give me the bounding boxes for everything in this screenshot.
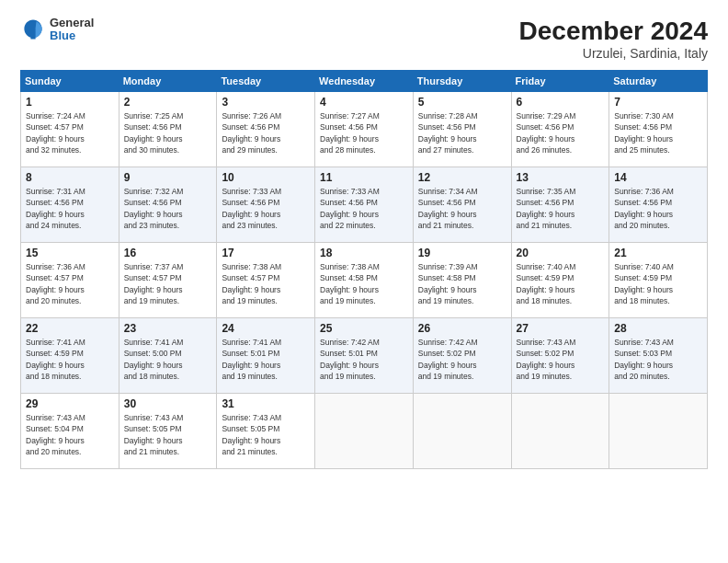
header-wednesday: Wednesday [315,71,414,92]
day-info: Sunrise: 7:24 AM Sunset: 4:57 PM Dayligh… [26,110,114,155]
calendar-cell: 29Sunrise: 7:43 AM Sunset: 5:04 PM Dayli… [21,394,119,469]
calendar-cell: 24Sunrise: 7:41 AM Sunset: 5:01 PM Dayli… [217,318,315,394]
calendar-cell: 14Sunrise: 7:36 AM Sunset: 4:56 PM Dayli… [609,167,708,243]
calendar-cell: 13Sunrise: 7:35 AM Sunset: 4:56 PM Dayli… [511,167,609,243]
day-info: Sunrise: 7:30 AM Sunset: 4:56 PM Dayligh… [614,110,702,155]
day-number: 24 [222,322,310,335]
logo-blue: Blue [50,29,94,42]
day-number: 22 [26,322,114,335]
day-info: Sunrise: 7:39 AM Sunset: 4:58 PM Dayligh… [418,261,506,306]
day-info: Sunrise: 7:40 AM Sunset: 4:59 PM Dayligh… [517,261,605,306]
calendar-cell: 6Sunrise: 7:29 AM Sunset: 4:56 PM Daylig… [511,92,609,167]
day-info: Sunrise: 7:42 AM Sunset: 5:02 PM Dayligh… [418,337,506,382]
calendar-cell: 25Sunrise: 7:42 AM Sunset: 5:01 PM Dayli… [315,318,414,394]
day-info: Sunrise: 7:41 AM Sunset: 5:01 PM Dayligh… [222,337,310,382]
day-info: Sunrise: 7:31 AM Sunset: 4:56 PM Dayligh… [26,186,114,231]
day-info: Sunrise: 7:43 AM Sunset: 5:05 PM Dayligh… [222,412,310,457]
calendar-cell: 31Sunrise: 7:43 AM Sunset: 5:05 PM Dayli… [217,394,315,469]
calendar-cell: 7Sunrise: 7:30 AM Sunset: 4:56 PM Daylig… [609,92,708,167]
calendar-cell: 23Sunrise: 7:41 AM Sunset: 5:00 PM Dayli… [119,318,217,394]
day-number: 16 [124,247,212,259]
page: General Blue December 2024 Urzulei, Sard… [0,0,728,563]
day-number: 11 [320,171,408,184]
header-sunday: Sunday [21,71,119,92]
day-number: 7 [614,96,702,109]
calendar-cell: 20Sunrise: 7:40 AM Sunset: 4:59 PM Dayli… [511,243,609,318]
calendar-cell: 16Sunrise: 7:37 AM Sunset: 4:57 PM Dayli… [119,243,217,318]
day-number: 8 [26,171,114,184]
calendar-cell: 3Sunrise: 7:26 AM Sunset: 4:56 PM Daylig… [217,92,315,167]
calendar-cell: 1Sunrise: 7:24 AM Sunset: 4:57 PM Daylig… [21,92,119,167]
day-info: Sunrise: 7:35 AM Sunset: 4:56 PM Dayligh… [517,186,605,231]
day-number: 3 [222,96,310,109]
day-number: 27 [517,322,605,335]
day-number: 25 [320,322,408,335]
weekday-header-row: Sunday Monday Tuesday Wednesday Thursday… [21,71,708,92]
title-block: December 2024 Urzulei, Sardinia, Italy [519,17,708,61]
day-info: Sunrise: 7:36 AM Sunset: 4:56 PM Dayligh… [614,186,702,231]
day-info: Sunrise: 7:43 AM Sunset: 5:04 PM Dayligh… [26,412,114,457]
day-number: 13 [517,171,605,184]
day-info: Sunrise: 7:38 AM Sunset: 4:57 PM Dayligh… [222,261,310,306]
day-info: Sunrise: 7:41 AM Sunset: 5:00 PM Dayligh… [124,337,212,382]
day-info: Sunrise: 7:38 AM Sunset: 4:58 PM Dayligh… [320,261,408,306]
day-number: 21 [614,247,702,259]
header-tuesday: Tuesday [217,71,315,92]
logo-general: General [50,17,94,29]
day-number: 17 [222,247,310,259]
calendar-cell [315,394,414,469]
calendar-cell: 5Sunrise: 7:28 AM Sunset: 4:56 PM Daylig… [413,92,511,167]
day-number: 18 [320,247,408,259]
calendar-title: December 2024 [519,17,708,46]
day-info: Sunrise: 7:29 AM Sunset: 4:56 PM Dayligh… [517,110,605,155]
day-info: Sunrise: 7:33 AM Sunset: 4:56 PM Dayligh… [320,186,408,231]
day-number: 2 [124,96,212,109]
calendar-week-1: 1Sunrise: 7:24 AM Sunset: 4:57 PM Daylig… [21,92,708,167]
day-number: 5 [418,96,506,109]
day-number: 4 [320,96,408,109]
day-number: 31 [222,397,310,410]
calendar-cell: 8Sunrise: 7:31 AM Sunset: 4:56 PM Daylig… [21,167,119,243]
calendar-cell: 4Sunrise: 7:27 AM Sunset: 4:56 PM Daylig… [315,92,414,167]
day-info: Sunrise: 7:34 AM Sunset: 4:56 PM Dayligh… [418,186,506,231]
calendar-cell: 15Sunrise: 7:36 AM Sunset: 4:57 PM Dayli… [21,243,119,318]
calendar-cell: 9Sunrise: 7:32 AM Sunset: 4:56 PM Daylig… [119,167,217,243]
header-monday: Monday [119,71,217,92]
calendar-cell [609,394,708,469]
calendar-cell: 28Sunrise: 7:43 AM Sunset: 5:03 PM Dayli… [609,318,708,394]
day-info: Sunrise: 7:43 AM Sunset: 5:05 PM Dayligh… [124,412,212,457]
day-number: 28 [614,322,702,335]
day-info: Sunrise: 7:42 AM Sunset: 5:01 PM Dayligh… [320,337,408,382]
calendar-week-4: 22Sunrise: 7:41 AM Sunset: 4:59 PM Dayli… [21,318,708,394]
logo: General Blue [20,17,94,43]
day-number: 12 [418,171,506,184]
calendar-week-5: 29Sunrise: 7:43 AM Sunset: 5:04 PM Dayli… [21,394,708,469]
day-info: Sunrise: 7:27 AM Sunset: 4:56 PM Dayligh… [320,110,408,155]
calendar-cell: 2Sunrise: 7:25 AM Sunset: 4:56 PM Daylig… [119,92,217,167]
header-thursday: Thursday [413,71,511,92]
day-info: Sunrise: 7:28 AM Sunset: 4:56 PM Dayligh… [418,110,506,155]
calendar-cell: 17Sunrise: 7:38 AM Sunset: 4:57 PM Dayli… [217,243,315,318]
calendar-cell: 27Sunrise: 7:43 AM Sunset: 5:02 PM Dayli… [511,318,609,394]
calendar-week-3: 15Sunrise: 7:36 AM Sunset: 4:57 PM Dayli… [21,243,708,318]
calendar-cell [413,394,511,469]
day-number: 9 [124,171,212,184]
calendar-cell [511,394,609,469]
day-number: 20 [517,247,605,259]
day-number: 23 [124,322,212,335]
day-info: Sunrise: 7:43 AM Sunset: 5:02 PM Dayligh… [517,337,605,382]
calendar-cell: 21Sunrise: 7:40 AM Sunset: 4:59 PM Dayli… [609,243,708,318]
day-number: 1 [26,96,114,109]
calendar-cell: 30Sunrise: 7:43 AM Sunset: 5:05 PM Dayli… [119,394,217,469]
header-saturday: Saturday [609,71,708,92]
calendar-cell: 18Sunrise: 7:38 AM Sunset: 4:58 PM Dayli… [315,243,414,318]
day-info: Sunrise: 7:41 AM Sunset: 4:59 PM Dayligh… [26,337,114,382]
calendar-table: Sunday Monday Tuesday Wednesday Thursday… [20,70,708,469]
day-number: 14 [614,171,702,184]
calendar-cell: 11Sunrise: 7:33 AM Sunset: 4:56 PM Dayli… [315,167,414,243]
calendar-cell: 19Sunrise: 7:39 AM Sunset: 4:58 PM Dayli… [413,243,511,318]
day-number: 26 [418,322,506,335]
day-info: Sunrise: 7:25 AM Sunset: 4:56 PM Dayligh… [124,110,212,155]
day-info: Sunrise: 7:26 AM Sunset: 4:56 PM Dayligh… [222,110,310,155]
day-number: 15 [26,247,114,259]
